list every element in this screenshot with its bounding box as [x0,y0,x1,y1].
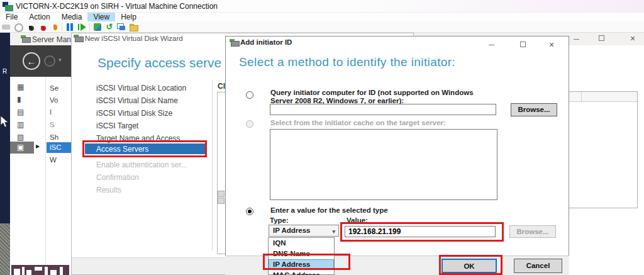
wizard-list-edge [217,92,226,254]
server-manager-icon [21,35,30,42]
toolbar-separator [62,23,62,31]
vmconnect-icon [3,2,13,11]
dialog-title: Add initiator ID [240,38,292,46]
all-servers-icon[interactable]: ▤ [17,108,28,117]
shut-down-icon[interactable] [38,23,47,31]
annotation-access-servers [82,140,207,157]
sidebar-item-storage[interactable]: S [50,121,55,128]
turn-off-icon[interactable] [26,23,35,31]
sidebar-item-work-folders[interactable]: W [50,156,57,164]
start-icon[interactable] [14,23,23,31]
checkpoint-icon[interactable] [93,23,102,31]
step-enable-auth: Enable authentication ser... [96,160,187,169]
share-device-icon[interactable] [129,23,138,31]
table-header [562,92,637,102]
browse-button-disabled: Browse... [509,225,556,238]
step-disk-name[interactable]: iSCSI Virtual Disk Name [96,96,178,105]
mouse-cursor [0,115,9,128]
table-column-divider [581,92,582,101]
radio-cache-label: Select from the initiator cache on the t… [270,119,446,126]
dialog-heading: Select a method to identify the initiato… [239,55,455,69]
minimize-icon[interactable] [574,39,579,40]
sidebar-item-volumes[interactable]: Vo [50,96,58,104]
browse-button[interactable]: Browse... [511,103,557,116]
flyout-arrow-icon: ▶ [36,143,40,149]
annotation-value-field [340,222,504,242]
dropdown-option-mac[interactable]: MAC Address [269,270,334,275]
chevron-down-icon: ▾ [332,227,335,237]
radio-initiator-cache[interactable] [246,120,253,128]
radio-query-label-line1[interactable]: Query initiator computer for ID (not sup… [270,89,474,96]
enhanced-session-icon[interactable] [117,23,126,31]
step-results: Results [96,186,121,194]
scrollbar[interactable] [218,191,225,197]
step-confirmation: Confirmation [96,173,139,182]
save-state-icon[interactable] [50,23,58,31]
local-server-icon[interactable]: ▮ [17,95,28,104]
server-manager-navband [10,45,71,77]
wizard-content-text-fragment: Cl [218,82,225,91]
titlebar: VICTORN-X-DC2K19 on SIRH - Virtual Machi… [0,0,644,13]
radio-query-initiator[interactable] [246,91,253,99]
type-label: Type: [270,216,289,224]
pause-icon[interactable] [65,23,74,31]
wizard-title: New iSCSI Virtual Disk Wizard [85,35,183,42]
wizard-icon [74,35,83,42]
sidebar-item-shares[interactable]: Sh [50,133,58,141]
step-iscsi-target[interactable]: iSCSI Target [96,121,138,130]
dashboard-icon[interactable]: ▦ [17,82,28,92]
maximize-icon[interactable] [599,35,604,41]
step-disk-location[interactable]: iSCSI Virtual Disk Location [96,84,186,93]
forward-arrow-icon[interactable]: → [44,55,55,67]
dropdown-option-iqn[interactable]: IQN [269,238,334,249]
desktop-wallpaper-ground [0,223,10,275]
menubar: File Action Media View Help [0,13,644,21]
reset-icon[interactable] [77,23,86,31]
back-arrow-icon[interactable]: ← [23,52,40,70]
window-title: VICTORN-X-DC2K19 on SIRH - Virtual Machi… [16,2,218,11]
cancel-button[interactable]: Cancel [514,259,562,273]
menu-help[interactable]: Help [115,13,142,21]
menu-media[interactable]: Media [56,13,88,21]
dialog-icon [230,39,239,46]
menu-file[interactable]: File [0,13,23,21]
type-dropdown-value: IP Address [273,227,310,234]
menu-action[interactable]: Action [23,13,55,21]
menu-view[interactable]: View [87,13,115,21]
sidebar-item-disks[interactable]: I [50,108,52,116]
background-table-panel [562,91,638,208]
desktop-icon-label: R [3,68,7,75]
close-icon[interactable]: × [549,40,554,50]
scrollbar[interactable] [218,198,225,204]
initiator-cache-listbox[interactable] [270,129,497,200]
minimize-icon[interactable] [489,45,494,45]
step-disk-size[interactable]: iSCSI Virtual Disk Size [96,109,172,118]
volumes-icon[interactable]: ▥ [17,120,28,130]
file-storage-icon: ▣ [17,143,24,152]
sidebar-item-iscsi[interactable]: iSC [50,143,62,151]
ctrl-alt-del-icon[interactable] [2,23,11,31]
radio-enter-label[interactable]: Enter a value for the selected type [270,206,388,214]
type-dropdown[interactable]: IP Address ▾ [269,225,339,237]
toolbar-separator [89,23,90,31]
sidebar-divider [45,77,46,265]
query-computer-input[interactable] [270,104,496,115]
maximize-icon[interactable] [520,42,526,47]
annotation-ok-button [439,255,502,275]
toolbar: ↺ [0,21,644,33]
watermark [11,265,69,275]
chevron-down-icon[interactable]: ▾ [58,57,62,63]
close-icon[interactable]: × [630,33,635,43]
revert-icon[interactable]: ↺ [105,23,114,31]
annotation-ip-address [263,254,350,270]
vm-connection-window: VICTORN-X-DC2K19 on SIRH - Virtual Machi… [0,0,644,275]
sidebar-item-servers[interactable]: Se [50,84,58,92]
wizard-divider [212,81,213,250]
radio-enter-value[interactable] [246,208,253,215]
server-manager-title: Server Mana [32,35,75,44]
disks-icon[interactable]: ▧ [17,133,28,142]
wizard-page-heading: Specify access serve [97,55,221,70]
